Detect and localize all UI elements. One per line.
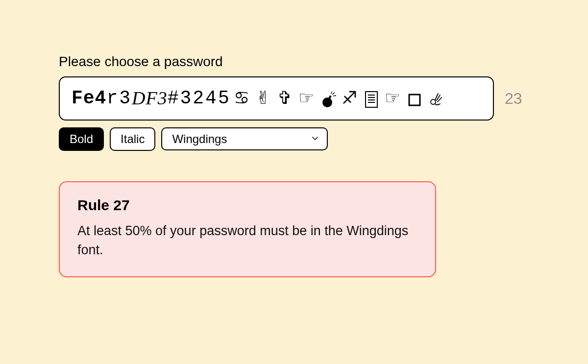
prompt-label: Please choose a password [59,54,529,70]
cross-icon: ✞ [276,89,294,108]
font-select-wrap: Wingdings [161,127,328,151]
bold-button[interactable]: Bold [59,127,104,151]
rule-title: Rule 27 [77,197,417,214]
square-icon [405,89,424,108]
victory-hand-icon: ✌︎ [254,89,273,108]
rule-card: Rule 27 At least 50% of your password mu… [59,181,436,277]
svg-rect-10 [409,95,420,105]
point-right-icon: ☞ [297,89,316,108]
password-segment-italic: DF3 [132,88,168,109]
character-count: 23 [505,90,529,108]
password-row: Fe4r3DF3#3245 ♋︎ ✌︎ ✞ ☞ ♐︎ ☞ [59,76,529,121]
svg-line-2 [332,93,335,95]
point-right-icon: ☞ [384,89,402,108]
password-game-container: Please choose a password Fe4r3DF3#3245 ♋… [59,54,529,277]
bomb-icon [319,89,338,108]
svg-line-4 [331,92,332,94]
formatting-toolbar: Bold Italic Wingdings [59,127,529,151]
rule-text: At least 50% of your password must be in… [77,221,417,260]
password-segment-plain1: r3 [106,88,132,109]
password-segment-plain2: #3245 [168,88,231,109]
password-segment-wingdings: ♋︎ ✌︎ ✞ ☞ ♐︎ ☞ [233,89,445,109]
password-input[interactable]: Fe4r3DF3#3245 ♋︎ ✌︎ ✞ ☞ ♐︎ ☞ [59,76,494,121]
password-segment-bold: Fe4 [72,88,106,109]
document-icon [362,89,381,109]
svg-line-3 [333,96,336,96]
sagittarius-icon: ♐︎ [341,89,359,108]
cancer-icon: ♋︎ [233,89,251,108]
ok-hand-icon [427,89,445,109]
svg-point-0 [322,97,332,107]
font-select[interactable]: Wingdings [161,127,328,150]
italic-button[interactable]: Italic [110,127,155,151]
